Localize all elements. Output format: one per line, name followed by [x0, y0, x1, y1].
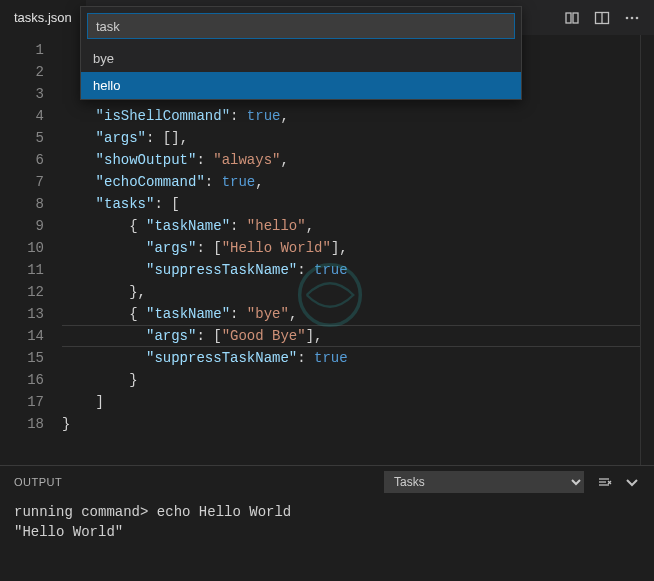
- line-number: 12: [0, 281, 44, 303]
- code-line[interactable]: { "taskName": "bye",: [62, 303, 640, 325]
- compare-icon[interactable]: [564, 10, 580, 26]
- svg-point-4: [626, 16, 629, 19]
- code-line[interactable]: }: [62, 369, 640, 391]
- line-number: 8: [0, 193, 44, 215]
- svg-rect-1: [573, 13, 578, 23]
- output-panel: OUTPUT Tasks running command> echo Hello…: [0, 465, 654, 580]
- line-number-gutter: 123456789101112131415161718: [0, 35, 62, 465]
- output-line: running command> echo Hello World: [14, 502, 640, 522]
- line-number: 9: [0, 215, 44, 237]
- line-number: 7: [0, 171, 44, 193]
- line-number: 11: [0, 259, 44, 281]
- minimap[interactable]: [640, 35, 654, 465]
- code-line[interactable]: "showOutput": "always",: [62, 149, 640, 171]
- svg-point-5: [631, 16, 634, 19]
- clear-output-icon[interactable]: [596, 474, 612, 490]
- line-number: 10: [0, 237, 44, 259]
- chevron-down-icon[interactable]: [624, 474, 640, 490]
- output-channel-select[interactable]: Tasks: [384, 471, 584, 493]
- code-line[interactable]: "tasks": [: [62, 193, 640, 215]
- code-line[interactable]: "args": [],: [62, 127, 640, 149]
- code-line[interactable]: ]: [62, 391, 640, 413]
- line-number: 2: [0, 61, 44, 83]
- split-editor-icon[interactable]: [594, 10, 610, 26]
- output-line: "Hello World": [14, 522, 640, 542]
- line-number: 5: [0, 127, 44, 149]
- panel-header: OUTPUT Tasks: [0, 466, 654, 498]
- code-line[interactable]: }: [62, 413, 640, 435]
- command-palette: byehello: [80, 6, 522, 100]
- line-number: 1: [0, 39, 44, 61]
- more-icon[interactable]: [624, 10, 640, 26]
- line-number: 13: [0, 303, 44, 325]
- command-palette-item[interactable]: bye: [81, 45, 521, 72]
- output-content[interactable]: running command> echo Hello World"Hello …: [0, 498, 654, 546]
- editor-actions: [564, 0, 654, 35]
- svg-point-6: [636, 16, 639, 19]
- line-number: 6: [0, 149, 44, 171]
- code-line[interactable]: "args": ["Good Bye"],: [62, 325, 640, 347]
- code-line[interactable]: "suppressTaskName": true: [62, 259, 640, 281]
- line-number: 18: [0, 413, 44, 435]
- svg-rect-0: [566, 13, 571, 23]
- command-palette-input[interactable]: [87, 13, 515, 39]
- line-number: 14: [0, 325, 44, 347]
- code-line[interactable]: "isShellCommand": true,: [62, 105, 640, 127]
- line-number: 3: [0, 83, 44, 105]
- panel-title: OUTPUT: [14, 476, 62, 488]
- line-number: 15: [0, 347, 44, 369]
- code-line[interactable]: { "taskName": "hello",: [62, 215, 640, 237]
- code-line[interactable]: "suppressTaskName": true: [62, 347, 640, 369]
- tab-filename: tasks.json: [14, 10, 72, 25]
- line-number: 16: [0, 369, 44, 391]
- code-line[interactable]: "args": ["Hello World"],: [62, 237, 640, 259]
- command-palette-item[interactable]: hello: [81, 72, 521, 99]
- tab-tasks-json[interactable]: tasks.json: [0, 0, 87, 35]
- code-line[interactable]: "echoCommand": true,: [62, 171, 640, 193]
- code-line[interactable]: },: [62, 281, 640, 303]
- line-number: 4: [0, 105, 44, 127]
- line-number: 17: [0, 391, 44, 413]
